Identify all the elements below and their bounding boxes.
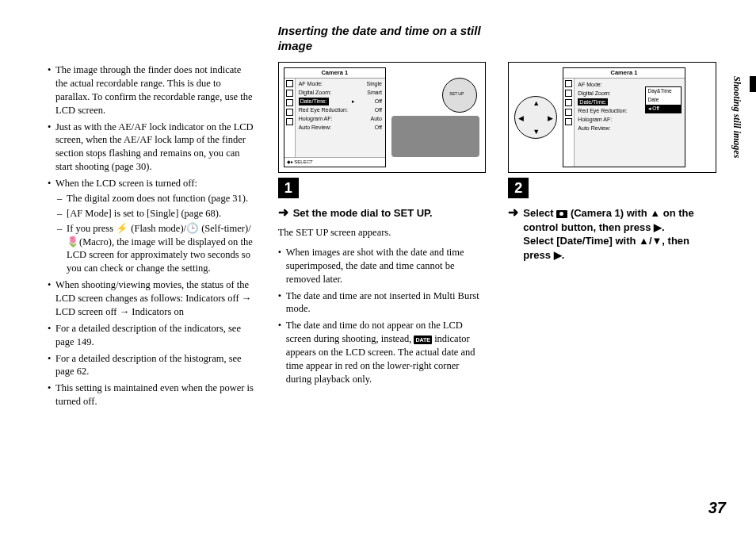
setup1-icon — [286, 109, 293, 116]
arrow-right-icon: ➜ — [508, 206, 518, 219]
menu-key: Digital Zoom: — [578, 90, 610, 97]
sub-bullet-item: The digital zoom does not function (page… — [55, 192, 256, 205]
step-number-2: 2 — [508, 178, 529, 198]
bullet-item: For a detailed description of the indica… — [48, 322, 256, 349]
dpad-down-icon: ▼ — [533, 127, 540, 136]
menu-key: AF Mode: — [299, 80, 323, 87]
menu-value: Off — [375, 124, 382, 131]
right-column: ▲ ▼ ◀ ▶ Camera 1 AF — [508, 24, 716, 412]
menu-key: Auto Review: — [299, 124, 331, 131]
step1-bullets: When images are shot with the date and t… — [278, 246, 487, 386]
camera-icon — [556, 210, 567, 218]
camera-icon — [565, 80, 572, 87]
menu-value: Single — [367, 80, 382, 87]
menu-key: Hologram AF: — [578, 116, 612, 123]
memory-icon — [565, 99, 572, 106]
menu-key: Date/Time: — [299, 98, 329, 105]
step1-diagram: Camera 1 AF Mode:Single Digital Zoom:Sma… — [278, 62, 487, 173]
dpad-right-icon: ▶ — [548, 113, 553, 123]
sub-bullet-list: The digital zoom does not function (page… — [55, 192, 256, 275]
date-indicator-icon: DATE — [414, 336, 432, 344]
bullet-item: The image through the finder does not in… — [48, 63, 256, 117]
step-text: Select — [523, 207, 556, 219]
camera2-icon — [286, 90, 293, 97]
step1-heading: ➜ Set the mode dial to SET UP. — [278, 206, 487, 220]
camera-icon — [286, 80, 293, 87]
mode-dial-icon — [442, 78, 477, 113]
menu-footer: ◆▸ SELECT — [284, 157, 385, 166]
step2-heading: ➜ Select (Camera 1) with ▲ on the contro… — [508, 206, 716, 262]
submenu-item: Date — [646, 96, 681, 105]
dpad-up-icon: ▲ — [533, 98, 540, 108]
dpad-icon: ▲ ▼ ◀ ▶ — [514, 96, 557, 139]
submenu-item: Day&Time — [646, 87, 681, 96]
step-heading-text: Set the mode dial to SET UP. — [293, 206, 433, 220]
menu-footer-text: SELECT — [294, 159, 312, 164]
bullet-item: When the LCD screen is turned off: The d… — [48, 177, 256, 275]
menu-value: Smart — [367, 89, 382, 96]
menu-icon-column — [563, 79, 575, 167]
sub-bullet-item: If you press ⚡ (Flash mode)/🕒 (Self-time… — [55, 222, 256, 276]
bullet-list-1: The image through the finder does not in… — [48, 63, 256, 408]
bullet-item: When shooting/viewing movies, the status… — [48, 278, 256, 319]
menu-key: Red Eye Reduction: — [299, 106, 348, 113]
setup2-icon — [286, 118, 293, 125]
setup2-icon — [565, 118, 572, 125]
menu-title: Camera 1 — [284, 68, 385, 79]
menu-key: Digital Zoom: — [299, 89, 331, 96]
camera2-icon — [565, 90, 572, 97]
menu-rows: AF Mode: Digital Zoom: Date/Time: Red Ey… — [575, 79, 684, 167]
dpad-illustration: ▲ ▼ ◀ ▶ — [514, 67, 558, 167]
bullet-text: When the LCD screen is turned off: — [55, 178, 197, 189]
camera-illustration — [391, 67, 480, 167]
menu-icon-column — [284, 79, 296, 158]
menu-key: Red Eye Reduction: — [578, 107, 627, 114]
bullet-item: The date and time are not inserted in Mu… — [278, 290, 487, 316]
menu-title: Camera 1 — [563, 68, 684, 79]
menu-arrow: ▸ — [349, 98, 355, 105]
step2-diagram: ▲ ▼ ◀ ▶ Camera 1 AF — [508, 62, 716, 173]
menu-key: AF Mode: — [578, 81, 601, 88]
step1-body: The SET UP screen appears. — [278, 226, 487, 240]
menu-key: Auto Review: — [578, 125, 610, 132]
submenu-text: Off — [652, 105, 659, 111]
submenu-popup: Day&Time Date ◂ Off — [645, 86, 682, 113]
setup1-icon — [565, 109, 572, 116]
arrow-right-icon: ➜ — [278, 206, 288, 220]
menu-value: Off — [375, 106, 382, 113]
menu-key: Hologram AF: — [299, 115, 333, 122]
memory-icon — [286, 99, 293, 106]
step-text: Select [Date/Time] with ▲/▼, then press … — [523, 235, 689, 261]
dpad-left-icon: ◀ — [518, 113, 524, 123]
camera-body-icon — [391, 116, 479, 157]
left-column: The image through the finder does not in… — [48, 24, 256, 412]
sub-bullet-item: [AF Mode] is set to [Single] (page 68). — [55, 207, 256, 220]
bullet-item: This setting is maintained even when the… — [48, 382, 256, 408]
submenu-item-selected: ◂ Off — [646, 105, 681, 113]
menu-value: Off — [375, 98, 382, 105]
bullet-item: Just as with the AE/AF lock indicator on… — [48, 121, 256, 174]
menu-value: Auto — [371, 115, 382, 122]
menu-screenshot-2: Camera 1 AF Mode: Digital Zoom: Date/Tim… — [563, 67, 685, 167]
step-number-1: 1 — [278, 178, 299, 198]
menu-screenshot-1: Camera 1 AF Mode:Single Digital Zoom:Sma… — [284, 67, 386, 167]
middle-column: Inserting the date and time on a still i… — [278, 24, 487, 412]
bullet-item: The date and time do not appear on the L… — [278, 319, 487, 385]
section-tab — [750, 76, 756, 92]
section-side-label: Shooting still images — [731, 76, 743, 158]
bullet-item: For a detailed description of the histog… — [48, 352, 256, 379]
section-title: Inserting the date and time on a still i… — [278, 24, 487, 54]
menu-key: Date/Time: — [578, 98, 608, 105]
bullet-item: When images are shot with the date and t… — [278, 246, 487, 286]
menu-rows: AF Mode:Single Digital Zoom:Smart Date/T… — [296, 79, 385, 158]
page-number: 37 — [708, 497, 726, 519]
